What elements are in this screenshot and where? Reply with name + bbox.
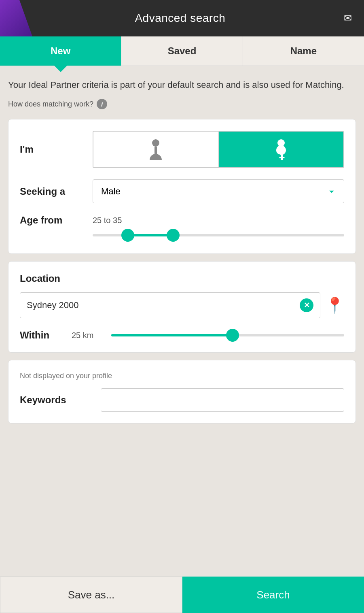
- location-clear-btn[interactable]: ✕: [300, 298, 313, 312]
- gender-female-btn[interactable]: [219, 132, 344, 167]
- age-slider[interactable]: [93, 228, 344, 242]
- info-icon[interactable]: i: [97, 99, 107, 109]
- keywords-input[interactable]: [101, 388, 344, 412]
- location-card: Location Sydney 2000 ✕ 📍 Within 25 km: [8, 261, 356, 353]
- tab-new[interactable]: New: [0, 36, 121, 66]
- basic-criteria-card: I'm: [8, 119, 356, 254]
- age-label: Age from: [20, 215, 93, 226]
- matching-link-row: How does matching work? i: [8, 99, 356, 109]
- keywords-label: Keywords: [20, 394, 93, 406]
- age-range-track: [93, 234, 344, 236]
- age-thumb-max[interactable]: [167, 229, 180, 242]
- within-row: Within 25 km: [20, 330, 344, 341]
- gender-label: I'm: [20, 144, 93, 155]
- header: ‹ Advanced search ✉: [0, 0, 364, 36]
- seeking-label: Seeking a: [20, 186, 93, 197]
- not-displayed-text: Not displayed on your profile: [20, 372, 344, 380]
- keywords-row: Keywords: [20, 388, 344, 412]
- seeking-row: Seeking a Male Female Either: [20, 179, 344, 203]
- info-text: Your Ideal Partner criteria is part of y…: [8, 78, 356, 92]
- age-thumb-min[interactable]: [121, 229, 134, 242]
- age-section: Age from 25 to 35: [20, 215, 344, 242]
- location-title: Location: [20, 273, 344, 284]
- location-input-wrap: Sydney 2000 ✕: [20, 292, 320, 318]
- save-as-button[interactable]: Save as...: [0, 577, 182, 613]
- location-value: Sydney 2000: [27, 300, 300, 311]
- page-title: Advanced search: [135, 12, 225, 25]
- matching-link-text[interactable]: How does matching work?: [8, 100, 93, 109]
- header-accent: [0, 0, 32, 36]
- gender-male-btn[interactable]: [93, 132, 219, 167]
- gender-row: I'm: [20, 131, 344, 168]
- tab-saved[interactable]: Saved: [121, 36, 243, 66]
- within-slider[interactable]: [111, 334, 344, 336]
- bottom-buttons: Save as... Search: [0, 577, 364, 613]
- within-thumb[interactable]: [226, 329, 239, 342]
- within-value: 25 km: [72, 331, 104, 340]
- male-icon: [148, 139, 163, 160]
- within-fill: [111, 334, 233, 336]
- tab-name[interactable]: Name: [243, 36, 364, 66]
- seeking-select[interactable]: Male Female Either: [93, 179, 344, 203]
- svg-point-0: [152, 139, 159, 147]
- keywords-card: Not displayed on your profile Keywords: [8, 360, 356, 424]
- svg-rect-1: [154, 147, 157, 154]
- mail-icon[interactable]: ✉: [344, 13, 352, 24]
- gender-toggle[interactable]: [93, 131, 344, 168]
- location-pin-icon[interactable]: 📍: [325, 296, 344, 314]
- age-range-value: 25 to 35: [93, 216, 122, 225]
- content: Your Ideal Partner criteria is part of y…: [0, 66, 364, 577]
- location-input-row: Sydney 2000 ✕ 📍: [20, 292, 344, 318]
- search-button[interactable]: Search: [182, 577, 364, 613]
- within-label: Within: [20, 330, 64, 341]
- tabs: New Saved Name: [0, 36, 364, 66]
- female-icon: [273, 139, 289, 160]
